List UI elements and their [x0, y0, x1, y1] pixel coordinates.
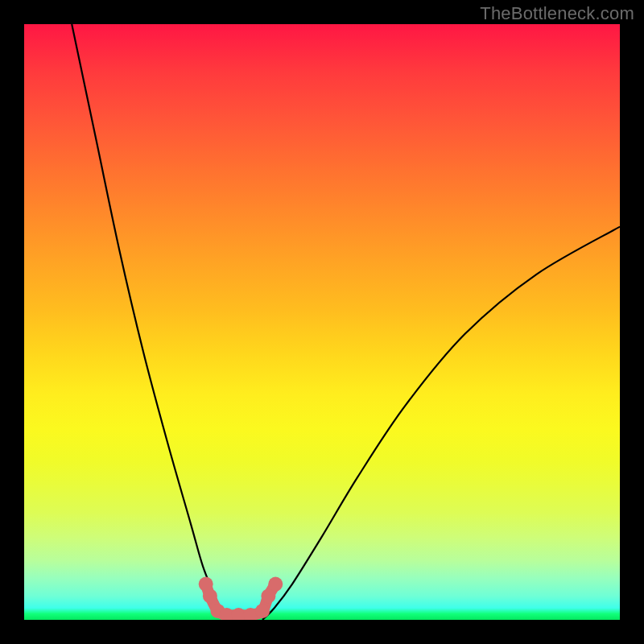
bottleneck-curve-right — [262, 227, 620, 620]
bottleneck-curve-left — [72, 24, 233, 620]
optimal-marker-dot — [268, 577, 283, 592]
optimal-marker-dot — [255, 604, 270, 618]
chart-frame: TheBottleneck.com — [0, 0, 644, 644]
watermark-text: TheBottleneck.com — [480, 3, 634, 24]
plot-area — [24, 24, 620, 620]
optimal-marker-dot — [203, 588, 217, 603]
chart-svg — [24, 24, 620, 620]
